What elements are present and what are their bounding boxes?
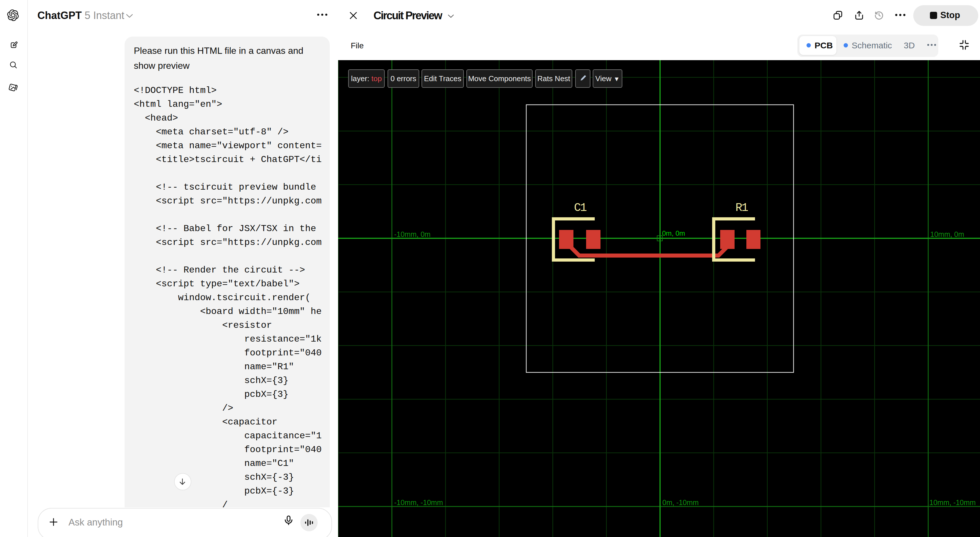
svg-text:-10mm, 0m: -10mm, 0m	[394, 230, 430, 238]
svg-text:0m, -10mm: 0m, -10mm	[662, 499, 698, 507]
svg-text:C1: C1	[574, 201, 587, 214]
svg-text:-10mm, -10mm: -10mm, -10mm	[394, 499, 443, 507]
svg-text:R1: R1	[735, 201, 748, 214]
svg-text:10mm, 0m: 10mm, 0m	[930, 230, 964, 238]
svg-text:10mm, -10mm: 10mm, -10mm	[929, 499, 976, 507]
svg-text:0m, 0m: 0m, 0m	[662, 229, 685, 237]
